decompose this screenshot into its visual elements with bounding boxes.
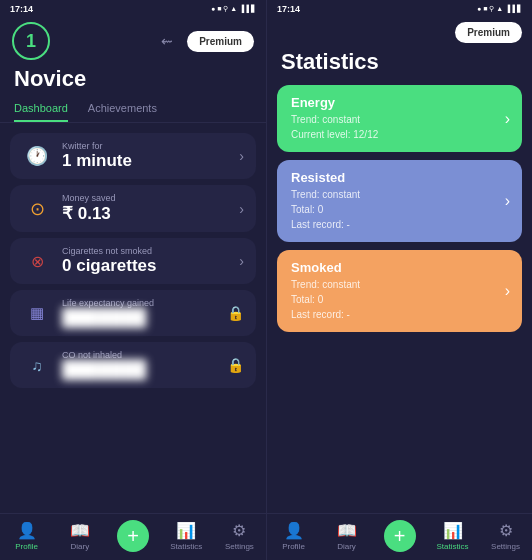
- life-label: Life expectancy gained: [62, 298, 217, 308]
- premium-button-left[interactable]: Premium: [187, 31, 254, 52]
- smoked-arrow: ›: [505, 282, 510, 300]
- card-cigarettes[interactable]: ⊗ Cigarettes not smoked 0 cigarettes ›: [10, 238, 256, 284]
- nav-add-right[interactable]: +: [373, 520, 426, 552]
- money-value: ₹ 0.13: [62, 203, 229, 224]
- nav-add-left[interactable]: +: [106, 520, 159, 552]
- nav-statistics-left[interactable]: 📊 Statistics: [160, 521, 213, 551]
- energy-title: Energy: [291, 95, 508, 110]
- card-co-content: CO not inhaled ███████: [62, 350, 217, 380]
- card-co: ♫ CO not inhaled ███████ 🔒: [10, 342, 256, 388]
- card-life: ▦ Life expectancy gained ███████ 🔒: [10, 290, 256, 336]
- bottom-nav-left: 👤 Profile 📖 Diary + 📊 Statistics ⚙ Setti…: [0, 513, 266, 560]
- stat-card-resisted[interactable]: Resisted Trend: constant Total: 0 Last r…: [277, 160, 522, 242]
- statistics-icon-right: 📊: [443, 521, 463, 540]
- life-lock-icon: 🔒: [227, 305, 244, 321]
- status-time-left: 17:14: [10, 4, 33, 14]
- card-money-content: Money saved ₹ 0.13: [62, 193, 229, 224]
- settings-label-left: Settings: [225, 542, 254, 551]
- nav-diary-right[interactable]: 📖 Diary: [320, 521, 373, 551]
- cigarettes-arrow: ›: [239, 253, 244, 269]
- smoked-last: Last record: -: [291, 307, 508, 322]
- nav-profile-right[interactable]: 👤 Profile: [267, 521, 320, 551]
- nav-settings-right[interactable]: ⚙ Settings: [479, 521, 532, 551]
- nav-profile-left[interactable]: 👤 Profile: [0, 521, 53, 551]
- add-button-right[interactable]: +: [384, 520, 416, 552]
- clock-icon: 🕐: [22, 141, 52, 171]
- tab-achievements[interactable]: Achievements: [88, 96, 157, 122]
- statistics-title: Statistics: [267, 47, 532, 83]
- smoked-total: Total: 0: [291, 292, 508, 307]
- status-time-right: 17:14: [277, 4, 300, 14]
- no-smoking-icon: ⊗: [22, 246, 52, 276]
- profile-label-right: Profile: [282, 542, 305, 551]
- co-value: ███████: [62, 360, 217, 380]
- profile-icon: 👤: [17, 521, 37, 540]
- settings-label-right: Settings: [491, 542, 520, 551]
- stats-cards: Energy Trend: constant Current level: 12…: [267, 83, 532, 513]
- right-panel: 17:14 ● ■ ⚲ ▲ ▐▐ ▋ Premium Statistics En…: [266, 0, 532, 560]
- co-lock-icon: 🔒: [227, 357, 244, 373]
- smoked-title: Smoked: [291, 260, 508, 275]
- energy-level: Current level: 12/12: [291, 127, 508, 142]
- stat-card-smoked[interactable]: Smoked Trend: constant Total: 0 Last rec…: [277, 250, 522, 332]
- diary-label-right: Diary: [337, 542, 356, 551]
- kwitter-value: 1 minute: [62, 151, 229, 171]
- add-button-left[interactable]: +: [117, 520, 149, 552]
- lungs-icon: ♫: [22, 350, 52, 380]
- statistics-icon-left: 📊: [176, 521, 196, 540]
- diary-icon: 📖: [70, 521, 90, 540]
- left-header: 1 ⇜ Premium: [0, 18, 266, 64]
- life-value: ███████: [62, 308, 217, 328]
- statistics-label-left: Statistics: [170, 542, 202, 551]
- cards-area: 🕐 Kwitter for 1 minute › ⊙ Money saved ₹…: [0, 129, 266, 513]
- right-header: Premium: [267, 18, 532, 47]
- money-label: Money saved: [62, 193, 229, 203]
- energy-arrow: ›: [505, 110, 510, 128]
- cigarettes-label: Cigarettes not smoked: [62, 246, 229, 256]
- card-cigarettes-content: Cigarettes not smoked 0 cigarettes: [62, 246, 229, 276]
- resisted-last: Last record: -: [291, 217, 508, 232]
- kwitter-arrow: ›: [239, 148, 244, 164]
- left-panel: 17:14 ● ■ ⚲ ▲ ▐▐ ▋ 1 ⇜ Premium Novice Da…: [0, 0, 266, 560]
- tab-dashboard[interactable]: Dashboard: [14, 96, 68, 122]
- co-label: CO not inhaled: [62, 350, 217, 360]
- card-money[interactable]: ⊙ Money saved ₹ 0.13 ›: [10, 185, 256, 232]
- user-name: Novice: [0, 64, 266, 96]
- status-bar-left: 17:14 ● ■ ⚲ ▲ ▐▐ ▋: [0, 0, 266, 18]
- status-icons-left: ● ■ ⚲ ▲ ▐▐ ▋: [211, 5, 256, 13]
- stat-card-energy[interactable]: Energy Trend: constant Current level: 12…: [277, 85, 522, 152]
- profile-icon-right: 👤: [284, 521, 304, 540]
- share-icon[interactable]: ⇜: [161, 33, 173, 49]
- level-circle: 1: [12, 22, 50, 60]
- smoked-trend: Trend: constant: [291, 277, 508, 292]
- resisted-arrow: ›: [505, 192, 510, 210]
- nav-statistics-right[interactable]: 📊 Statistics: [426, 521, 479, 551]
- nav-settings-left[interactable]: ⚙ Settings: [213, 521, 266, 551]
- diary-icon-right: 📖: [337, 521, 357, 540]
- settings-icon-right: ⚙: [499, 521, 513, 540]
- calendar-icon: ▦: [22, 298, 52, 328]
- card-life-content: Life expectancy gained ███████: [62, 298, 217, 328]
- resisted-trend: Trend: constant: [291, 187, 508, 202]
- nav-diary-left[interactable]: 📖 Diary: [53, 521, 106, 551]
- tabs: Dashboard Achievements: [0, 96, 266, 123]
- card-kwitter-content: Kwitter for 1 minute: [62, 141, 229, 171]
- resisted-title: Resisted: [291, 170, 508, 185]
- cigarettes-value: 0 cigarettes: [62, 256, 229, 276]
- statistics-label-right: Statistics: [436, 542, 468, 551]
- status-icons-right: ● ■ ⚲ ▲ ▐▐ ▋: [477, 5, 522, 13]
- card-kwitter[interactable]: 🕐 Kwitter for 1 minute ›: [10, 133, 256, 179]
- energy-trend: Trend: constant: [291, 112, 508, 127]
- profile-label: Profile: [15, 542, 38, 551]
- status-bar-right: 17:14 ● ■ ⚲ ▲ ▐▐ ▋: [267, 0, 532, 18]
- premium-button-right[interactable]: Premium: [455, 22, 522, 43]
- money-icon: ⊙: [22, 194, 52, 224]
- diary-label: Diary: [70, 542, 89, 551]
- bottom-nav-right: 👤 Profile 📖 Diary + 📊 Statistics ⚙ Setti…: [267, 513, 532, 560]
- settings-icon-left: ⚙: [232, 521, 246, 540]
- resisted-total: Total: 0: [291, 202, 508, 217]
- money-arrow: ›: [239, 201, 244, 217]
- kwitter-label: Kwitter for: [62, 141, 229, 151]
